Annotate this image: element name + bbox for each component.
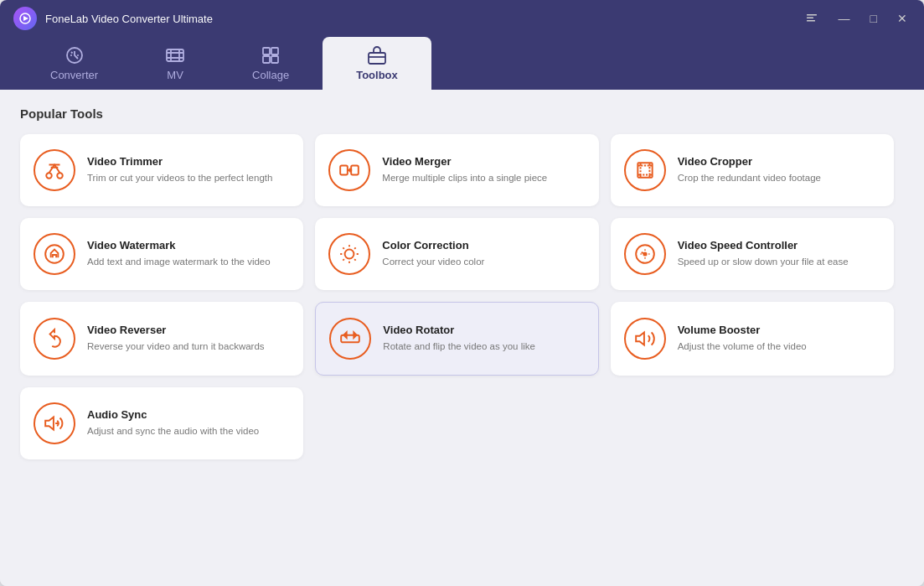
svg-point-12 <box>46 173 52 179</box>
color-correction-desc: Correct your video color <box>382 255 585 269</box>
svg-point-18 <box>345 250 354 259</box>
color-correction-info: Color Correction Correct your video colo… <box>382 239 585 269</box>
tab-collage[interactable]: Collage <box>219 37 323 90</box>
video-reverser-icon <box>34 318 75 360</box>
tool-card-video-reverser[interactable]: Video Reverser Reverse your video and tu… <box>20 302 303 376</box>
svg-marker-21 <box>45 417 54 429</box>
tools-grid: Video Trimmer Trim or cut your videos to… <box>20 134 904 459</box>
app-logo <box>13 7 37 30</box>
tab-converter[interactable]: Converter <box>17 37 132 90</box>
video-cropper-icon <box>624 149 666 191</box>
audio-sync-info: Audio Sync Adjust and sync the audio wit… <box>87 408 290 438</box>
tool-card-color-correction[interactable]: Color Correction Correct your video colo… <box>315 218 598 290</box>
video-cropper-name: Video Cropper <box>678 155 880 168</box>
svg-marker-1 <box>23 16 28 21</box>
audio-sync-name: Audio Sync <box>87 408 290 421</box>
tab-mv[interactable]: MV <box>132 37 219 90</box>
video-merger-name: Video Merger <box>382 155 585 168</box>
svg-rect-9 <box>263 56 270 63</box>
video-trimmer-icon <box>34 149 75 191</box>
volume-booster-icon <box>624 318 666 360</box>
section-title: Popular Tools <box>20 106 904 121</box>
color-correction-icon <box>328 233 370 275</box>
volume-booster-name: Volume Booster <box>678 324 880 336</box>
tool-card-video-merger[interactable]: Video Merger Merge multiple clips into a… <box>315 134 598 206</box>
tool-card-volume-booster[interactable]: Volume Booster Adjust the volume of the … <box>611 302 894 376</box>
video-rotator-icon <box>329 318 371 360</box>
video-reverser-name: Video Reverser <box>87 324 290 336</box>
window-controls: — □ ✕ <box>802 9 911 28</box>
video-watermark-info: Video Watermark Add text and image water… <box>87 239 290 269</box>
video-watermark-name: Video Watermark <box>87 239 290 252</box>
video-trimmer-name: Video Trimmer <box>87 155 290 168</box>
app-window: FoneLab Video Converter Ultimate — □ ✕ <box>0 0 924 586</box>
volume-booster-desc: Adjust the volume of the video <box>678 340 880 354</box>
svg-rect-7 <box>263 48 270 54</box>
video-watermark-desc: Add text and image watermark to the vide… <box>87 255 290 269</box>
video-cropper-desc: Crop the redundant video footage <box>678 171 880 185</box>
svg-rect-8 <box>271 48 278 54</box>
video-rotator-name: Video Rotator <box>383 324 584 336</box>
video-speed-controller-icon <box>624 233 666 275</box>
tool-card-video-rotator[interactable]: Video Rotator Rotate and flip the video … <box>315 302 598 376</box>
video-reverser-info: Video Reverser Reverse your video and tu… <box>87 324 290 354</box>
svg-rect-4 <box>807 20 815 22</box>
video-rotator-info: Video Rotator Rotate and flip the video … <box>383 324 584 354</box>
video-merger-info: Video Merger Merge multiple clips into a… <box>382 155 585 185</box>
video-reverser-desc: Reverse your video and turn it backwards <box>87 340 290 354</box>
svg-marker-20 <box>636 332 644 345</box>
video-trimmer-info: Video Trimmer Trim or cut your videos to… <box>87 155 290 185</box>
close-button[interactable]: ✕ <box>894 11 911 26</box>
svg-rect-6 <box>167 49 183 61</box>
title-bar: FoneLab Video Converter Ultimate — □ ✕ <box>0 0 924 37</box>
svg-rect-2 <box>807 14 817 16</box>
video-speed-controller-info: Video Speed Controller Speed up or slow … <box>678 239 880 269</box>
video-trimmer-desc: Trim or cut your videos to the perfect l… <box>87 171 290 185</box>
tool-card-audio-sync[interactable]: Audio Sync Adjust and sync the audio wit… <box>20 387 303 459</box>
tool-card-video-speed-controller[interactable]: Video Speed Controller Speed up or slow … <box>611 218 894 290</box>
video-speed-controller-name: Video Speed Controller <box>678 239 880 252</box>
caption-button[interactable] <box>802 9 822 28</box>
color-correction-name: Color Correction <box>382 239 585 252</box>
video-merger-icon <box>328 149 370 191</box>
volume-booster-info: Volume Booster Adjust the volume of the … <box>678 324 880 354</box>
audio-sync-icon <box>34 402 75 444</box>
video-merger-desc: Merge multiple clips into a single piece <box>382 171 585 185</box>
video-watermark-icon <box>34 233 75 275</box>
nav-bar: Converter MV Collage <box>0 37 924 90</box>
svg-point-19 <box>643 252 646 255</box>
tab-toolbox[interactable]: Toolbox <box>323 37 431 90</box>
svg-rect-11 <box>369 53 385 64</box>
audio-sync-desc: Adjust and sync the audio with the video <box>87 424 290 438</box>
main-content: Popular Tools Video Trimmer Trim or cut … <box>0 90 924 586</box>
minimize-button[interactable]: — <box>835 11 854 26</box>
svg-point-13 <box>57 173 63 179</box>
video-speed-controller-desc: Speed up or slow down your file at ease <box>678 255 880 269</box>
svg-rect-10 <box>271 56 278 63</box>
svg-rect-14 <box>340 166 348 175</box>
maximize-button[interactable]: □ <box>867 11 880 26</box>
tool-card-video-trimmer[interactable]: Video Trimmer Trim or cut your videos to… <box>20 134 303 206</box>
tool-card-video-cropper[interactable]: Video Cropper Crop the redundant video f… <box>611 134 894 206</box>
svg-rect-3 <box>807 18 813 19</box>
svg-rect-17 <box>640 166 649 175</box>
tool-card-video-watermark[interactable]: Video Watermark Add text and image water… <box>20 218 303 290</box>
video-cropper-info: Video Cropper Crop the redundant video f… <box>678 155 880 185</box>
app-title: FoneLab Video Converter Ultimate <box>45 13 802 25</box>
video-rotator-desc: Rotate and flip the video as you like <box>383 340 584 354</box>
